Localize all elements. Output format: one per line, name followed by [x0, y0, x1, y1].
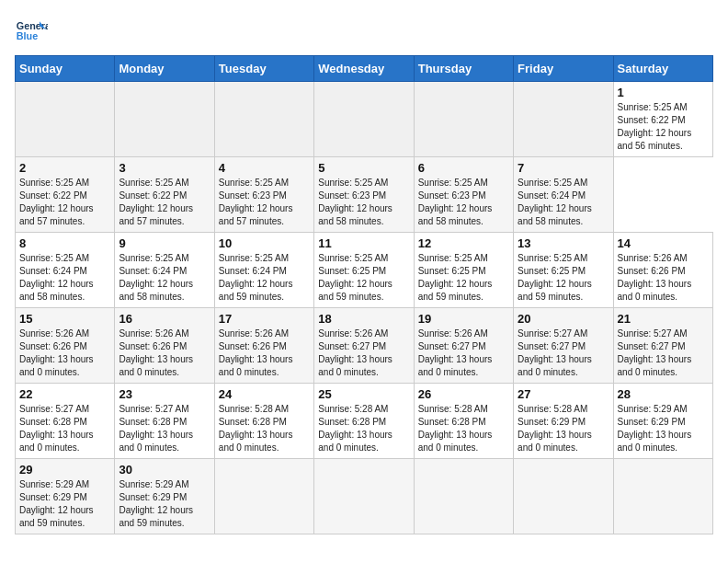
day-info: Sunrise: 5:28 AMSunset: 6:28 PMDaylight:…: [219, 403, 310, 454]
day-number: 7: [518, 161, 609, 175]
day-info: Sunrise: 5:25 AMSunset: 6:25 PMDaylight:…: [318, 252, 409, 304]
day-number: 15: [19, 312, 110, 326]
header-row: SundayMondayTuesdayWednesdayThursdayFrid…: [16, 56, 713, 82]
day-number: 1: [618, 86, 709, 99]
day-number: 13: [518, 236, 609, 250]
calendar-cell: [414, 459, 513, 534]
day-number: 28: [618, 387, 709, 401]
calendar-cell: [115, 82, 214, 157]
day-number: 2: [19, 161, 110, 175]
day-info: Sunrise: 5:27 AMSunset: 6:27 PMDaylight:…: [518, 327, 609, 379]
calendar-cell: 17Sunrise: 5:26 AMSunset: 6:26 PMDayligh…: [214, 308, 313, 384]
calendar-week-0: 1Sunrise: 5:25 AMSunset: 6:22 PMDaylight…: [16, 82, 713, 157]
day-info: Sunrise: 5:26 AMSunset: 6:26 PMDaylight:…: [119, 327, 210, 379]
calendar-week-4: 22Sunrise: 5:27 AMSunset: 6:28 PMDayligh…: [16, 384, 713, 459]
day-number: 20: [518, 312, 609, 326]
calendar-cell: 6Sunrise: 5:25 AMSunset: 6:23 PMDaylight…: [414, 157, 513, 233]
logo: General Blue: [15, 15, 48, 48]
column-header-thursday: Thursday: [414, 56, 513, 82]
day-number: 4: [219, 161, 310, 175]
calendar-cell: [514, 459, 613, 534]
calendar-cell: 5Sunrise: 5:25 AMSunset: 6:23 PMDaylight…: [314, 157, 414, 233]
day-number: 5: [318, 161, 409, 175]
calendar-week-2: 8Sunrise: 5:25 AMSunset: 6:24 PMDaylight…: [16, 233, 713, 308]
column-header-saturday: Saturday: [613, 56, 712, 82]
day-number: 19: [418, 312, 509, 326]
column-header-monday: Monday: [115, 56, 214, 82]
column-header-sunday: Sunday: [16, 56, 115, 82]
day-number: 22: [19, 387, 110, 401]
calendar-cell: 29Sunrise: 5:29 AMSunset: 6:29 PMDayligh…: [16, 459, 115, 534]
day-number: 14: [618, 236, 709, 250]
day-number: 24: [219, 387, 310, 401]
calendar-cell: 30Sunrise: 5:29 AMSunset: 6:29 PMDayligh…: [115, 459, 214, 534]
day-info: Sunrise: 5:25 AMSunset: 6:22 PMDaylight:…: [19, 177, 110, 228]
day-number: 25: [318, 387, 409, 401]
day-number: 16: [119, 312, 210, 326]
day-info: Sunrise: 5:26 AMSunset: 6:27 PMDaylight:…: [418, 327, 509, 379]
day-info: Sunrise: 5:25 AMSunset: 6:25 PMDaylight:…: [518, 252, 609, 304]
calendar-cell: 9Sunrise: 5:25 AMSunset: 6:24 PMDaylight…: [115, 233, 214, 308]
day-info: Sunrise: 5:26 AMSunset: 6:27 PMDaylight:…: [318, 327, 409, 379]
day-number: 26: [418, 387, 509, 401]
day-number: 11: [318, 236, 409, 250]
calendar-cell: [314, 82, 414, 157]
day-info: Sunrise: 5:27 AMSunset: 6:28 PMDaylight:…: [19, 403, 110, 454]
calendar-cell: 3Sunrise: 5:25 AMSunset: 6:22 PMDaylight…: [115, 157, 214, 233]
logo-icon: General Blue: [15, 15, 48, 48]
day-number: 21: [618, 312, 709, 326]
day-info: Sunrise: 5:25 AMSunset: 6:24 PMDaylight:…: [219, 252, 310, 304]
day-info: Sunrise: 5:29 AMSunset: 6:29 PMDaylight:…: [19, 478, 110, 530]
calendar-cell: 4Sunrise: 5:25 AMSunset: 6:23 PMDaylight…: [214, 157, 313, 233]
day-number: 9: [119, 236, 210, 250]
calendar-cell: 25Sunrise: 5:28 AMSunset: 6:28 PMDayligh…: [314, 384, 414, 459]
calendar-cell: 2Sunrise: 5:25 AMSunset: 6:22 PMDaylight…: [16, 157, 115, 233]
calendar-cell: 12Sunrise: 5:25 AMSunset: 6:25 PMDayligh…: [414, 233, 513, 308]
calendar-cell: 13Sunrise: 5:25 AMSunset: 6:25 PMDayligh…: [514, 233, 613, 308]
calendar-cell: 27Sunrise: 5:28 AMSunset: 6:29 PMDayligh…: [514, 384, 613, 459]
calendar-cell: 28Sunrise: 5:29 AMSunset: 6:29 PMDayligh…: [613, 384, 712, 459]
day-number: 30: [119, 463, 210, 477]
column-header-friday: Friday: [514, 56, 613, 82]
day-info: Sunrise: 5:25 AMSunset: 6:24 PMDaylight:…: [19, 252, 110, 304]
calendar-cell: 26Sunrise: 5:28 AMSunset: 6:28 PMDayligh…: [414, 384, 513, 459]
calendar-cell: 7Sunrise: 5:25 AMSunset: 6:24 PMDaylight…: [514, 157, 613, 233]
column-header-tuesday: Tuesday: [214, 56, 313, 82]
calendar-cell: [214, 82, 313, 157]
day-info: Sunrise: 5:28 AMSunset: 6:28 PMDaylight:…: [318, 403, 409, 454]
day-info: Sunrise: 5:25 AMSunset: 6:23 PMDaylight:…: [219, 177, 310, 228]
day-info: Sunrise: 5:27 AMSunset: 6:27 PMDaylight:…: [618, 327, 709, 379]
day-info: Sunrise: 5:25 AMSunset: 6:24 PMDaylight:…: [119, 252, 210, 304]
day-info: Sunrise: 5:26 AMSunset: 6:26 PMDaylight:…: [219, 327, 310, 379]
calendar-cell: 22Sunrise: 5:27 AMSunset: 6:28 PMDayligh…: [16, 384, 115, 459]
calendar-cell: 19Sunrise: 5:26 AMSunset: 6:27 PMDayligh…: [414, 308, 513, 384]
calendar-cell: 21Sunrise: 5:27 AMSunset: 6:27 PMDayligh…: [613, 308, 712, 384]
calendar-cell: 18Sunrise: 5:26 AMSunset: 6:27 PMDayligh…: [314, 308, 414, 384]
calendar-cell: 16Sunrise: 5:26 AMSunset: 6:26 PMDayligh…: [115, 308, 214, 384]
day-info: Sunrise: 5:26 AMSunset: 6:26 PMDaylight:…: [19, 327, 110, 379]
calendar-cell: [613, 459, 712, 534]
calendar-cell: [214, 459, 313, 534]
calendar-cell: 11Sunrise: 5:25 AMSunset: 6:25 PMDayligh…: [314, 233, 414, 308]
day-number: 12: [418, 236, 509, 250]
calendar-week-1: 2Sunrise: 5:25 AMSunset: 6:22 PMDaylight…: [16, 157, 713, 233]
calendar-week-3: 15Sunrise: 5:26 AMSunset: 6:26 PMDayligh…: [16, 308, 713, 384]
calendar-cell: 14Sunrise: 5:26 AMSunset: 6:26 PMDayligh…: [613, 233, 712, 308]
calendar-cell: [16, 82, 115, 157]
calendar-week-5: 29Sunrise: 5:29 AMSunset: 6:29 PMDayligh…: [16, 459, 713, 534]
day-info: Sunrise: 5:29 AMSunset: 6:29 PMDaylight:…: [618, 403, 709, 454]
day-info: Sunrise: 5:28 AMSunset: 6:28 PMDaylight:…: [418, 403, 509, 454]
calendar-cell: 1Sunrise: 5:25 AMSunset: 6:22 PMDaylight…: [613, 82, 712, 157]
calendar-cell: 23Sunrise: 5:27 AMSunset: 6:28 PMDayligh…: [115, 384, 214, 459]
day-number: 27: [518, 387, 609, 401]
day-number: 23: [119, 387, 210, 401]
day-number: 29: [19, 463, 110, 477]
day-info: Sunrise: 5:25 AMSunset: 6:23 PMDaylight:…: [418, 177, 509, 228]
day-info: Sunrise: 5:25 AMSunset: 6:22 PMDaylight:…: [618, 101, 709, 153]
svg-text:Blue: Blue: [17, 30, 38, 41]
calendar-cell: 8Sunrise: 5:25 AMSunset: 6:24 PMDaylight…: [16, 233, 115, 308]
calendar-cell: [314, 459, 414, 534]
day-info: Sunrise: 5:29 AMSunset: 6:29 PMDaylight:…: [119, 478, 210, 530]
column-header-wednesday: Wednesday: [314, 56, 414, 82]
calendar-cell: 20Sunrise: 5:27 AMSunset: 6:27 PMDayligh…: [514, 308, 613, 384]
